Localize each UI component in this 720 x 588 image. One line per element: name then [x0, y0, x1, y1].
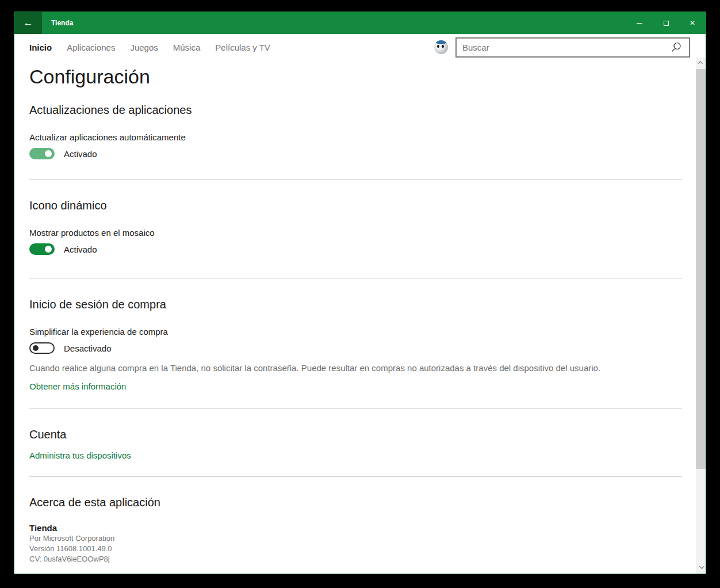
- chevron-up-icon: [698, 61, 702, 66]
- titlebar: ← Tienda ✕: [14, 12, 706, 34]
- scroll-up-button[interactable]: [696, 58, 706, 68]
- toggle-state-label: Activado: [64, 245, 97, 254]
- back-button[interactable]: ←: [14, 12, 42, 34]
- search-input[interactable]: [457, 43, 671, 52]
- close-icon: ✕: [690, 20, 695, 26]
- vertical-scrollbar[interactable]: [696, 58, 706, 574]
- section-divider: [29, 179, 682, 180]
- scrollbar-thumb[interactable]: [696, 69, 706, 469]
- toggle-state-label: Activado: [64, 149, 97, 159]
- nav-item-juegos[interactable]: Juegos: [130, 43, 158, 52]
- toggle-knob: [45, 246, 52, 253]
- search-icon[interactable]: [671, 41, 682, 53]
- about-app-name: Tienda: [29, 522, 682, 533]
- about-publisher: Por Microsoft Corporation: [29, 533, 682, 544]
- minimize-button[interactable]: [626, 12, 653, 34]
- settings-page: Configuración Actualizaciones de aplicac…: [29, 65, 682, 576]
- toggle-row-auto-update: Activado: [29, 148, 682, 159]
- nav-item-peliculas-tv[interactable]: Películas y TV: [215, 43, 270, 52]
- user-avatar[interactable]: [434, 40, 448, 54]
- nav-item-inicio[interactable]: Inicio: [29, 43, 52, 52]
- toggle-state-label: Desactivado: [64, 343, 112, 353]
- auto-update-toggle[interactable]: [29, 148, 55, 159]
- maximize-icon: [664, 21, 669, 26]
- maximize-button[interactable]: [653, 12, 679, 34]
- toggle-knob: [45, 150, 52, 157]
- titlebar-drag-area: [73, 12, 626, 34]
- about-cv: CV: 0usfaV6ieEOOwP8j: [29, 554, 682, 564]
- about-version: Versión 11608.1001.49.0: [29, 544, 682, 554]
- section-divider: [29, 408, 682, 408]
- setting-label-auto-update: Actualizar aplicaciones automáticamente: [29, 132, 682, 143]
- close-button[interactable]: ✕: [679, 12, 706, 34]
- chevron-down-icon: [699, 564, 704, 568]
- live-tile-toggle[interactable]: [29, 243, 55, 255]
- section-divider: [29, 476, 682, 477]
- search-box: [455, 37, 690, 58]
- toggle-knob: [33, 345, 39, 351]
- scroll-down-button[interactable]: [696, 562, 706, 572]
- back-arrow-icon: ←: [24, 17, 33, 29]
- nav-item-aplicaciones[interactable]: Aplicaciones: [67, 43, 115, 52]
- manage-devices-link[interactable]: Administra tus dispositivos: [29, 450, 131, 461]
- toggle-row-purchase-signin: Desactivado: [29, 342, 682, 354]
- setting-label-streamline-purchase: Simplificar la experiencia de compra: [29, 327, 682, 337]
- nav-item-musica[interactable]: Música: [173, 43, 201, 52]
- section-title-purchase-signin: Inicio de sesión de compra: [29, 297, 682, 311]
- section-title-live-tile: Icono dinámico: [29, 198, 682, 212]
- setting-label-show-products: Mostrar productos en el mosaico: [29, 228, 682, 238]
- learn-more-link[interactable]: Obtener más información: [29, 381, 126, 392]
- toggle-row-live-tile: Activado: [29, 243, 682, 255]
- store-app-window: ← Tienda ✕ Inicio Aplicaciones Juegos Mú…: [14, 12, 706, 574]
- window-title: Tienda: [51, 19, 73, 27]
- purchase-signin-description: Cuando realice alguna compra en la Tiend…: [29, 363, 682, 373]
- section-title-app-updates: Actualizaciones de aplicaciones: [29, 103, 682, 117]
- about-block: Tienda Por Microsoft Corporation Versión…: [29, 522, 682, 576]
- section-divider: [29, 278, 682, 278]
- top-navbar: Inicio Aplicaciones Juegos Música Pelícu…: [29, 36, 690, 58]
- section-title-about: Acerca de esta aplicación: [29, 495, 682, 509]
- page-title: Configuración: [29, 65, 682, 88]
- purchase-signin-toggle[interactable]: [29, 342, 55, 354]
- section-title-account: Cuenta: [29, 427, 682, 441]
- minimize-icon: [637, 23, 642, 24]
